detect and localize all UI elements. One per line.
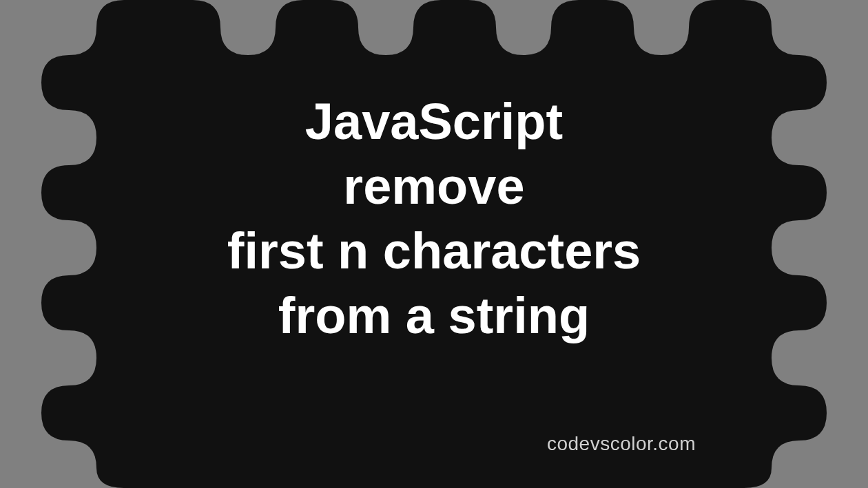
title-line-2: remove (0, 154, 868, 219)
title-text: JavaScript remove first n characters fro… (0, 89, 868, 348)
title-line-4: from a string (0, 284, 868, 348)
watermark-text: codevscolor.com (547, 433, 696, 455)
title-line-3: first n characters (0, 219, 868, 284)
title-line-1: JavaScript (0, 89, 868, 154)
